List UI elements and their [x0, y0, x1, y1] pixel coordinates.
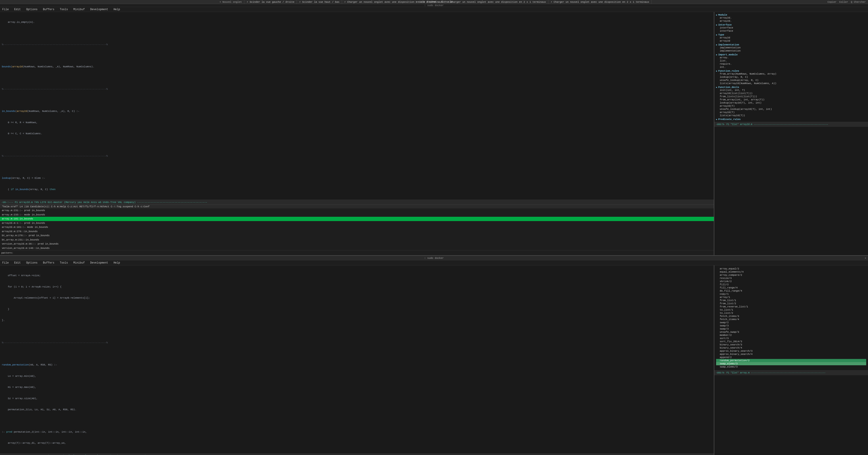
bottom-sidebar-item-6[interactable]: fill_range/4	[716, 286, 866, 289]
sidebar-header-type[interactable]: Type	[716, 33, 866, 36]
bottom-sidebar-item-11[interactable]: from_list/2	[716, 302, 866, 305]
bottom-sidebar-item-8[interactable]: copy/1	[716, 293, 866, 296]
copy-button[interactable]: Copier	[828, 1, 837, 3]
bottom-sidebar-item-28[interactable]: append/2	[716, 356, 866, 359]
bottom-sidebar-item-9[interactable]: array/1	[716, 296, 866, 299]
menu-options-bottom[interactable]: Options	[25, 261, 38, 265]
bottom-sidebar-item-1[interactable]: equal_elements/4	[716, 270, 866, 273]
sidebar-item-funcdecl-1[interactable]: init(int, int, T)	[716, 89, 866, 92]
new-tab-button[interactable]: + Nouvel onglet	[217, 0, 244, 4]
helm-item-8[interactable]: version_array2d.m:36::- pred in_bounds	[0, 242, 714, 246]
sidebar-item-funcdecl-9[interactable]: lists(array2d(T))	[716, 114, 866, 117]
bottom-sidebar-item-3[interactable]: resize/3	[716, 277, 866, 280]
bottom-sidebar-item-31[interactable]: swap_elems/3	[716, 365, 866, 368]
menu-options-top[interactable]: Options	[25, 8, 38, 11]
sidebar-item-type-1[interactable]: array2d	[716, 36, 866, 39]
sidebar-item-import-3[interactable]: require.	[716, 62, 866, 65]
bottom-sidebar-item-24[interactable]: binary_search/3	[716, 343, 866, 346]
bottom-sidebar-item-5[interactable]: fill/2	[716, 283, 866, 286]
bottom-sidebar-item-14[interactable]: to_list/2	[716, 311, 866, 315]
sidebar-item-funcrule-1[interactable]: from_array(NumRows, NumColumns, Array)	[716, 72, 866, 75]
helm-item-2[interactable]: array.m:181:in_bounds	[0, 217, 714, 221]
menu-buffers-bottom[interactable]: Buffers	[42, 261, 55, 265]
sidebar-item-funcrule-3[interactable]: unsafe_lookup(Array, R, C)	[716, 79, 866, 82]
sidebar-header-funcdecls[interactable]: Function_decls	[716, 86, 866, 89]
search-button[interactable]: Q Chercher	[851, 1, 866, 3]
sidebar-item-module-1[interactable]: array2d.	[716, 16, 866, 20]
sidebar-header-predicaterules[interactable]: Predicate_rules	[716, 118, 866, 121]
layout-2x1-button-2[interactable]: ⚡ Charger un nouvel onglet avec une disp…	[548, 0, 652, 4]
menu-development-bottom[interactable]: Development	[89, 261, 109, 265]
helm-item-3[interactable]: array2d.m:1::- pred in_bounds	[0, 221, 714, 225]
helm-item-0[interactable]: array.m:231::- pred in_bounds	[0, 208, 714, 213]
bottom-sidebar-item-17[interactable]: swap/2	[716, 321, 866, 324]
sidebar-item-interface-2[interactable]: interface	[716, 29, 866, 33]
helm-item-4[interactable]: array2d.m:101::- mode in_bounds	[0, 225, 714, 230]
sidebar-item-interface-1[interactable]: interface	[716, 26, 866, 29]
sidebar-item-import-2[interactable]: list.	[716, 59, 866, 62]
bottom-sidebar-item-30[interactable]: swap_elems/3	[716, 362, 866, 365]
split-top-bottom-button[interactable]: ⚡ Scinder la vue haut / bas	[297, 0, 342, 4]
paste-button[interactable]: Coller	[839, 1, 848, 3]
menu-file-top[interactable]: File	[1, 8, 10, 11]
bottom-sidebar-item-0[interactable]: array_equal/2	[716, 267, 866, 270]
menu-minibuf-bottom[interactable]: Minibuf	[72, 261, 86, 265]
sidebar-item-module-2[interactable]: array2d.	[716, 20, 866, 23]
bottom-sidebar-item-16[interactable]: fetch_items/4	[716, 318, 866, 321]
helm-item-1[interactable]: array.m:233::- mode in_bounds	[0, 213, 714, 217]
bottom-sidebar-item-26[interactable]: approx_binary_search/3	[716, 350, 866, 353]
sidebar-item-funcdecl-6[interactable]: array2d(T)	[716, 104, 866, 108]
sidebar-header-interface[interactable]: Interface	[716, 24, 866, 26]
bottom-sidebar-item-21[interactable]: member/2	[716, 334, 866, 337]
sidebar-item-funcdecl-7[interactable]: unsafe_lookup(array2d(T), int, int)	[716, 108, 866, 111]
sidebar-item-import-1[interactable]: array.	[716, 56, 866, 59]
sidebar-header-funcrules[interactable]: Function_rules	[716, 70, 866, 72]
helm-item-7[interactable]: bt_array.m:231::in_bounds	[0, 238, 714, 242]
sidebar-item-impl-2[interactable]: implementation	[716, 49, 866, 53]
bottom-sidebar-item-10[interactable]: from_list/1	[716, 299, 866, 302]
bottom-sidebar-item-20[interactable]: unsafe_swap/3	[716, 330, 866, 334]
sidebar-header-implementation[interactable]: Implementation	[716, 43, 866, 46]
bottom-sidebar-item-27[interactable]: approx_binary_search/4	[716, 353, 866, 356]
menu-help-top[interactable]: Help	[113, 8, 121, 11]
bottom-sidebar-item-12[interactable]: from_reverse_list/1	[716, 305, 866, 308]
menu-tools-bottom[interactable]: Tools	[59, 261, 69, 265]
layout-2x1-button-1[interactable]: ⚡ Charger un nouvel onglet avec une disp…	[445, 0, 548, 4]
menu-minibuf-top[interactable]: Minibuf	[72, 8, 86, 11]
bottom-sidebar-item-15[interactable]: fetch_items/3	[716, 315, 866, 318]
sidebar-header-module[interactable]: Module	[716, 13, 866, 16]
menu-file-bottom[interactable]: File	[1, 261, 10, 265]
sidebar-header-import[interactable]: Import_module	[716, 53, 866, 56]
menu-help-bottom[interactable]: Help	[113, 261, 121, 265]
split-left-right-button[interactable]: ⚡ Scinder la vue gauche / droite	[244, 0, 297, 4]
sidebar-item-funcrule-2[interactable]: lookup(Array, R, C)	[716, 75, 866, 79]
sidebar-item-impl-1[interactable]: implementation	[716, 46, 866, 49]
bottom-sidebar-item-13[interactable]: to_list/1	[716, 308, 866, 311]
menu-edit-top[interactable]: Edit	[13, 8, 22, 11]
bottom-sidebar-item-22[interactable]: sort/3	[716, 337, 866, 340]
bottom-sidebar-item-2[interactable]: array_compare/2	[716, 273, 866, 277]
sidebar-item-funcdecl-3[interactable]: from_lists(list(list(T)))	[716, 95, 866, 98]
helm-item-9[interactable]: version_array2d.m:146::in_bounds	[0, 246, 714, 250]
bottom-sidebar-item-25[interactable]: binary_search/4	[716, 346, 866, 350]
bottom-sidebar-item-29[interactable]: random_permutation/2	[716, 359, 866, 362]
top-helm-list[interactable]: array.m:231::- pred in_bounds array.m:23…	[0, 208, 714, 250]
sidebar-item-funcdecl-4[interactable]: from_array(int, int, array(T))	[716, 98, 866, 101]
menu-development-top[interactable]: Development	[89, 8, 109, 11]
bottom-sidebar-item-4[interactable]: shrink/2	[716, 280, 866, 283]
helm-item-6[interactable]: bt_array.m:276::- pred in_bounds	[0, 234, 714, 238]
menu-edit-bottom[interactable]: Edit	[13, 261, 22, 265]
menu-tools-top[interactable]: Tools	[59, 8, 69, 11]
sidebar-item-import-4[interactable]: int.	[716, 65, 866, 69]
bottom-sidebar-item-18[interactable]: swap/3	[716, 324, 866, 327]
helm-item-5[interactable]: array2d.m:276::in_bounds	[0, 230, 714, 234]
pane-close-button[interactable]: ✕	[865, 256, 866, 260]
sidebar-item-funcdecl-5[interactable]: lookup(array2d(T), int, int)	[716, 101, 866, 104]
bottom-sidebar-item-19[interactable]: swap/3	[716, 327, 866, 330]
bottom-sidebar-item-23[interactable]: sort_fix_2014/3	[716, 340, 866, 343]
menu-buffers-top[interactable]: Buffers	[42, 8, 55, 11]
bottom-sidebar-item-7[interactable]: do_fill_range/4	[716, 289, 866, 293]
sidebar-item-funcrule-4[interactable]: lists(array2d(NumRows, NumColumns, A))	[716, 82, 866, 85]
sidebar-item-funcdecl-8[interactable]: array2d(T)	[716, 111, 866, 114]
sidebar-item-funcdecl-2[interactable]: array2d(list(list(T)))	[716, 92, 866, 95]
